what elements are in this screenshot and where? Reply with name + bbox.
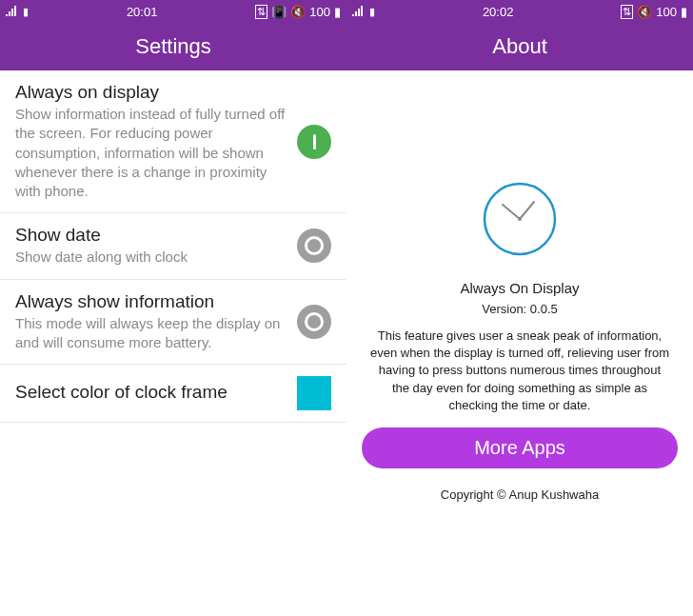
status-time: 20:01 bbox=[29, 5, 255, 19]
vibrate-icon: 📳 bbox=[271, 5, 287, 19]
battery-text: 100 bbox=[309, 5, 330, 19]
setting-title: Always on display bbox=[15, 82, 286, 103]
page-title: About bbox=[346, 23, 693, 70]
mute-icon: 🔇 bbox=[637, 5, 652, 19]
toggle-on-icon[interactable] bbox=[297, 125, 331, 159]
clock-icon bbox=[482, 181, 558, 261]
mute-icon: 🔇 bbox=[290, 5, 306, 19]
color-swatch[interactable] bbox=[297, 376, 331, 410]
setting-title: Show date bbox=[15, 225, 286, 246]
more-apps-button[interactable]: More Apps bbox=[362, 427, 678, 468]
battery-text: 100 bbox=[656, 5, 677, 19]
setting-subtitle: This mode will always keep the display o… bbox=[15, 314, 286, 353]
settings-screen: ▮ 20:01 ⇅ 📳 🔇 100 ▮ Settings Always on d… bbox=[0, 0, 346, 616]
battery-icon: ▮ bbox=[681, 5, 687, 19]
app-description: This feature gives user a sneak peak of … bbox=[362, 328, 678, 414]
setting-subtitle: Show date along with clock bbox=[15, 248, 286, 267]
signal-icon bbox=[6, 5, 19, 19]
svg-point-3 bbox=[518, 217, 522, 221]
copyright-text: Copyright © Anup Kushwaha bbox=[441, 487, 599, 502]
signal-icon bbox=[352, 5, 366, 19]
setting-title: Select color of clock frame bbox=[15, 382, 286, 403]
sync-icon: ⇅ bbox=[255, 5, 267, 19]
settings-list: Always on display Show information inste… bbox=[0, 70, 346, 616]
about-screen: ▮ 20:02 ⇅ 🔇 100 ▮ About Always On Displa… bbox=[346, 0, 693, 616]
status-bar: ▮ 20:01 ⇅ 📳 🔇 100 ▮ bbox=[0, 0, 346, 23]
svg-line-2 bbox=[503, 205, 520, 219]
page-title: Settings bbox=[0, 23, 346, 70]
toggle-off-icon[interactable] bbox=[297, 229, 331, 263]
status-bar: ▮ 20:02 ⇅ 🔇 100 ▮ bbox=[346, 0, 693, 23]
setting-always-on-display[interactable]: Always on display Show information inste… bbox=[0, 70, 346, 213]
setting-subtitle: Show information instead of fully turned… bbox=[15, 105, 286, 201]
battery-icon: ▮ bbox=[334, 5, 341, 19]
app-name: Always On Display bbox=[460, 280, 579, 296]
setting-clock-color[interactable]: Select color of clock frame bbox=[0, 365, 346, 423]
app-version: Version: 0.0.5 bbox=[482, 302, 558, 316]
setting-show-date[interactable]: Show date Show date along with clock bbox=[0, 213, 346, 279]
svg-line-1 bbox=[520, 202, 534, 219]
sync-icon: ⇅ bbox=[621, 5, 633, 19]
about-body: Always On Display Version: 0.0.5 This fe… bbox=[346, 70, 693, 616]
status-time: 20:02 bbox=[375, 5, 621, 19]
setting-always-show-info[interactable]: Always show information This mode will a… bbox=[0, 280, 346, 366]
toggle-off-icon[interactable] bbox=[297, 305, 331, 339]
setting-title: Always show information bbox=[15, 291, 286, 312]
